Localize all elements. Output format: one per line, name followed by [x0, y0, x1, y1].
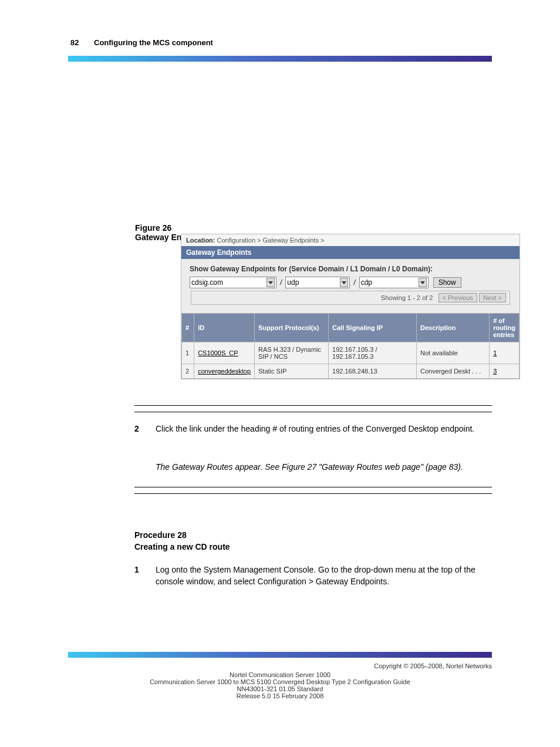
page-header-title: Configuring the MCS component	[94, 38, 213, 47]
procedure-title: Procedure 28 Creating a new CD route	[134, 529, 492, 553]
cell-signaling: 192.167.105.3 / 192.167.105.3	[329, 342, 417, 364]
select-value: cdp	[361, 278, 372, 287]
l0-domain-select[interactable]: cdp	[359, 277, 429, 288]
col-protocol: Support Protocol(s)	[255, 314, 329, 342]
cell-num: 2	[182, 364, 194, 379]
proc-subtitle: Creating a new CD route	[134, 542, 230, 551]
show-button[interactable]: Show	[433, 277, 461, 288]
table-row: 2convergeddesktopStatic SIP192.168.248.1…	[182, 364, 519, 379]
service-domain-select[interactable]: cdsig.com	[190, 277, 276, 288]
pager: Showing 1 - 2 of 2 < Previous Next >	[191, 291, 510, 305]
step-2b: The Gateway Routes appear. See Figure 27…	[134, 461, 492, 473]
select-value: udp	[287, 278, 299, 287]
breadcrumb: Location: Configuration > Gateway Endpoi…	[181, 234, 519, 246]
next-button[interactable]: Next >	[479, 293, 506, 302]
col-desc: Description	[417, 314, 490, 342]
proc-num: Procedure 28	[134, 530, 187, 540]
step-text: Click the link under the heading # of ro…	[156, 424, 474, 433]
cell-routing: 1	[490, 342, 519, 364]
location-path: Configuration > Gateway Endpoints >	[217, 237, 325, 244]
cell-signaling: 192.168.248.13	[329, 364, 417, 379]
page-number: 82	[70, 38, 79, 47]
chevron-down-icon	[266, 278, 275, 287]
routing-entries-link[interactable]: 1	[493, 349, 497, 356]
divider	[134, 487, 492, 487]
divider	[134, 412, 492, 412]
cell-id: convergeddesktop	[194, 364, 255, 379]
col-routing: # of routing entries	[490, 314, 519, 342]
chevron-down-icon	[419, 278, 427, 287]
footer-doc: Nortel Communication Server 1000 Communi…	[0, 671, 560, 699]
gateway-endpoints-screenshot: Location: Configuration > Gateway Endpoi…	[181, 234, 520, 379]
col-id: ID	[194, 314, 255, 342]
step-number: 2	[134, 423, 139, 435]
step-1-after: 1 Log onto the System Management Console…	[134, 564, 492, 588]
cell-desc: Not available	[417, 342, 490, 364]
cell-desc: Converged Deskt . . .	[417, 364, 490, 379]
col-num: #	[182, 314, 194, 342]
table-row: 1CS1000S_CPRAS H.323 / Dynamic SIP / NCS…	[182, 342, 519, 364]
divider	[134, 405, 492, 406]
endpoint-link[interactable]: convergeddesktop	[198, 368, 251, 375]
header-gradient-bar	[68, 56, 492, 62]
col-signaling: Call Signaling IP	[329, 314, 417, 342]
prev-button[interactable]: < Previous	[438, 293, 477, 302]
routing-entries-link[interactable]: 3	[493, 368, 497, 375]
separator: /	[351, 278, 357, 287]
endpoint-link[interactable]: CS1000S_CP	[198, 349, 238, 356]
step-text: The Gateway Routes appear. See Figure 27…	[156, 462, 463, 472]
copyright: Copyright © 2005–2008, Nortel Networks	[70, 662, 492, 669]
fig-num: Figure 26	[135, 223, 251, 233]
cell-protocol: RAS H.323 / Dynamic SIP / NCS	[255, 342, 329, 364]
select-value: cdsig.com	[191, 278, 223, 287]
divider	[134, 493, 492, 494]
step-2a: 2 Click the link under the heading # of …	[134, 423, 492, 435]
step-number: 1	[134, 564, 139, 576]
cell-protocol: Static SIP	[255, 364, 329, 379]
pager-status: Showing 1 - 2 of 2	[381, 294, 433, 301]
l1-domain-select[interactable]: udp	[285, 277, 350, 288]
endpoints-table: # ID Support Protocol(s) Call Signaling …	[181, 313, 519, 379]
footer-gradient-bar	[68, 652, 492, 658]
location-label: Location:	[186, 237, 215, 244]
cell-id: CS1000S_CP	[194, 342, 255, 364]
cell-routing: 3	[490, 364, 519, 379]
panel-title: Gateway Endpoints	[181, 246, 519, 259]
chevron-down-icon	[340, 278, 348, 287]
filter-bar: Show Gateway Endpoints for (Service Doma…	[181, 259, 519, 313]
step-text: Log onto the System Management Console. …	[156, 565, 475, 586]
filter-label: Show Gateway Endpoints for (Service Doma…	[190, 265, 511, 273]
separator: /	[278, 278, 284, 287]
cell-num: 1	[182, 342, 194, 364]
